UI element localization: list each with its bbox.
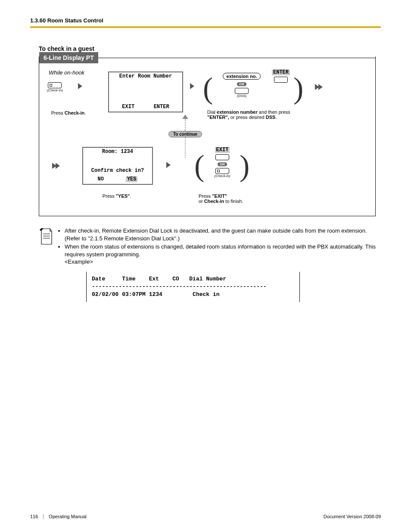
arrow-right-icon — [78, 83, 82, 89]
dss-button-icon — [235, 88, 249, 94]
note-item: When the room status of extensions is ch… — [65, 243, 381, 266]
right-paren-icon: ) — [240, 154, 249, 178]
box-title-line — [98, 58, 375, 58]
display2-no: NO — [97, 176, 103, 182]
display1-exit: EXIT — [122, 104, 134, 110]
document-version: Document Version 2008-09 — [324, 514, 381, 519]
finish-caption: Press "EXIT" or Check-in to finish. — [199, 193, 243, 204]
note-icon — [39, 227, 56, 247]
continue-line — [185, 119, 186, 131]
display2-room: Room: 1234 — [83, 149, 152, 155]
log-header-row: Date Time Ext CO Dial Number — [92, 276, 226, 282]
enter-softkey: ENTER — [272, 69, 290, 75]
left-paren-icon: ( — [194, 154, 204, 178]
checkin-button-icon — [48, 82, 62, 88]
log-data-row: 02/02/00 03:07PM 1234 Check in — [92, 291, 220, 298]
checkin-caption: (Check-in) — [47, 88, 63, 92]
subheading: To check in a guest — [39, 45, 381, 52]
display1-prompt: Enter Room Number — [109, 73, 182, 79]
extension-no-pill: extension no. — [223, 73, 261, 80]
display-enter-room: Enter Room Number EXIT ENTER — [108, 72, 183, 112]
notes-list: After check-in, Remote Extension Dial Lo… — [56, 227, 381, 266]
dss-caption: (DSS) — [237, 94, 246, 98]
continue-line — [185, 137, 186, 158]
left-paren-icon: ( — [203, 76, 213, 100]
display-confirm: Room: 1234 Confirm check in? NO YES — [82, 147, 153, 185]
procedure-box: 6-Line Display PT While on-hook (Check-i… — [39, 56, 376, 216]
press-checkin-caption: Press Check-in. — [47, 110, 90, 115]
log-divider: ----------------------------------------… — [92, 283, 267, 290]
example-log-box: Date Time Ext CO Dial Number -----------… — [86, 272, 300, 302]
while-on-hook: While on-hook — [49, 69, 84, 76]
arrow-right-icon — [190, 83, 194, 89]
arrow-right-icon — [166, 162, 171, 168]
arrow-up-icon — [182, 115, 188, 119]
dial-caption: Dial extension number and then press "EN… — [207, 109, 319, 120]
or-pill: OR — [218, 162, 227, 166]
exit-button-icon — [215, 154, 229, 160]
arrow-right-icon — [56, 163, 60, 169]
right-paren-icon: ) — [293, 76, 303, 100]
header-rule — [30, 26, 381, 28]
checkin-caption: (Check-in) — [215, 174, 230, 178]
display2-question: Confirm check in? — [83, 168, 152, 174]
note-item: After check-in, Remote Extension Dial Lo… — [65, 227, 381, 242]
display2-yes: YES — [126, 176, 138, 182]
exit-softkey: EXIT — [215, 147, 230, 153]
or-pill: OR — [237, 82, 246, 86]
enter-button-icon — [274, 77, 288, 83]
box-title: 6-Line Display PT — [39, 52, 98, 63]
to-continue-pill: To continue — [168, 131, 202, 137]
checkin-button-icon — [215, 168, 229, 174]
press-yes-caption: Press "YES". — [82, 193, 151, 199]
section-header: 1.3.60 Room Status Control — [30, 17, 381, 24]
display1-enter: ENTER — [154, 104, 169, 110]
page-footer: 116 Operating Manual Document Version 20… — [30, 514, 381, 519]
manual-title: Operating Manual — [49, 514, 86, 519]
arrow-right-icon — [318, 84, 323, 90]
page-number: 116 — [30, 514, 44, 519]
